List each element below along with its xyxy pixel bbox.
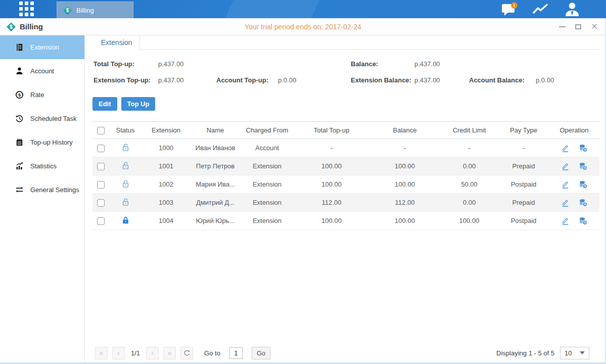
select-all-checkbox[interactable] bbox=[97, 127, 105, 134]
billing-window: $ Billing ! bbox=[0, 0, 606, 364]
top-up-button[interactable]: Top Up bbox=[121, 97, 156, 111]
edit-button[interactable]: Edit bbox=[92, 97, 117, 111]
cell-balance: 100.00 bbox=[369, 212, 440, 230]
table-row[interactable]: 1001 Петр Петров Extension 100.00 100.00… bbox=[92, 157, 599, 175]
edit-row-icon[interactable] bbox=[561, 180, 570, 189]
summary-value: p.0.00 bbox=[278, 75, 296, 85]
svg-text:$: $ bbox=[18, 93, 21, 98]
user-account-icon[interactable] bbox=[563, 2, 581, 17]
cell-credit-limit: 100.00 bbox=[440, 212, 498, 230]
tab-extension[interactable]: Extension bbox=[94, 35, 140, 50]
sidebar-item-statistics[interactable]: Statistics bbox=[0, 154, 84, 178]
sidebar-item-label: Extension bbox=[30, 43, 59, 51]
cell-extension: 1002 bbox=[142, 175, 190, 194]
sidebar-item-top-up-history[interactable]: Top-up History bbox=[0, 130, 84, 154]
row-checkbox[interactable] bbox=[97, 163, 105, 170]
row-checkbox[interactable] bbox=[97, 145, 105, 152]
cell-extension: 1003 bbox=[142, 194, 190, 212]
person-icon bbox=[15, 67, 24, 75]
summary-value: p.437.00 bbox=[414, 75, 440, 85]
sidebar-item-label: Top-up History bbox=[30, 139, 73, 146]
cell-pay-type: Prepaid bbox=[498, 157, 549, 175]
first-page-button[interactable]: « bbox=[95, 347, 108, 359]
next-page-button[interactable]: › bbox=[146, 347, 159, 359]
goto-page-input[interactable] bbox=[229, 347, 243, 359]
last-page-button[interactable]: » bbox=[163, 347, 176, 359]
top-up-row-icon[interactable]: $ bbox=[579, 216, 587, 225]
goto-label: Go to bbox=[204, 349, 220, 357]
sidebar: Extension Account $ Rate bbox=[0, 35, 85, 364]
diamond-dollar-icon: $ bbox=[63, 6, 72, 15]
topbar-tab-billing[interactable]: $ Billing bbox=[57, 2, 133, 18]
cell-credit-limit: 0.00 bbox=[440, 194, 498, 212]
status-locked-icon bbox=[121, 216, 130, 224]
cell-extension: 1004 bbox=[142, 212, 190, 230]
cell-balance: - bbox=[369, 139, 440, 157]
cell-name: Дмитрий Д... bbox=[190, 194, 241, 212]
cell-balance: 100.00 bbox=[369, 175, 440, 194]
refresh-button[interactable] bbox=[180, 347, 193, 359]
sidebar-item-account[interactable]: Account bbox=[0, 59, 84, 83]
summary-value: p.0.00 bbox=[536, 75, 554, 85]
top-up-row-icon[interactable]: $ bbox=[579, 180, 587, 189]
cell-extension: 1000 bbox=[142, 139, 190, 157]
edit-row-icon[interactable] bbox=[561, 198, 570, 207]
sidebar-item-rate[interactable]: $ Rate bbox=[0, 83, 84, 107]
row-checkbox[interactable] bbox=[97, 217, 105, 225]
chevron-down-icon bbox=[580, 351, 585, 354]
summary-label: Extension Top-up: bbox=[94, 75, 158, 85]
cell-balance: 112.00 bbox=[369, 194, 440, 212]
sidebar-item-label: General Settings bbox=[30, 186, 79, 194]
status-unlocked-icon bbox=[121, 198, 130, 206]
extensions-table: Status Extension Name Charged From Total… bbox=[92, 121, 599, 230]
row-checkbox[interactable] bbox=[97, 181, 105, 189]
col-name: Name bbox=[190, 122, 241, 139]
prev-page-button[interactable]: ‹ bbox=[112, 347, 125, 359]
summary-label: Account Top-up: bbox=[216, 75, 278, 85]
cell-total-top-up: 112.00 bbox=[294, 194, 369, 212]
topbar-tab-label: Billing bbox=[76, 7, 94, 14]
cell-total-top-up: 100.00 bbox=[294, 175, 369, 194]
col-pay-type: Pay Type bbox=[498, 122, 549, 139]
col-operation: Operation bbox=[549, 122, 599, 139]
col-balance: Balance bbox=[369, 122, 440, 139]
statistics-chart-icon[interactable] bbox=[532, 2, 550, 17]
top-up-row-icon[interactable]: $ bbox=[579, 144, 587, 152]
table-row[interactable]: 1004 Юрий Юрь... Extension 100.00 100.00… bbox=[92, 212, 599, 230]
cell-charged-from: Extension bbox=[241, 194, 294, 212]
sidebar-item-label: Statistics bbox=[30, 162, 57, 170]
page-size-value: 10 bbox=[565, 349, 572, 357]
edit-row-icon[interactable] bbox=[561, 144, 570, 152]
sidebar-item-label: Rate bbox=[30, 91, 44, 99]
summary-value: p.437.00 bbox=[158, 59, 184, 69]
table-row[interactable]: 1000 Иван Иванов Account - - - - $ bbox=[92, 139, 599, 157]
col-total-top-up: Total Top-up bbox=[294, 122, 369, 139]
col-extension: Extension bbox=[142, 122, 190, 139]
maximize-button[interactable] bbox=[575, 23, 582, 30]
minimize-button[interactable] bbox=[558, 23, 566, 30]
cell-extension: 1001 bbox=[142, 157, 190, 175]
edit-row-icon[interactable] bbox=[561, 216, 570, 225]
bar-chart-icon bbox=[15, 162, 24, 170]
sidebar-item-general-settings[interactable]: General Settings bbox=[0, 178, 84, 202]
sidebar-item-scheduled-task[interactable]: Scheduled Task bbox=[0, 107, 84, 130]
top-up-row-icon[interactable]: $ bbox=[579, 198, 587, 207]
close-button[interactable]: ✕ bbox=[591, 23, 598, 30]
summary-panel: Total Top-up: p.437.00 Balance: p.437.00… bbox=[92, 59, 599, 85]
row-checkbox[interactable] bbox=[97, 199, 105, 207]
go-button[interactable]: Go bbox=[252, 347, 270, 359]
cell-charged-from: Extension bbox=[241, 157, 294, 175]
cell-total-top-up: 100.00 bbox=[294, 157, 369, 175]
top-up-row-icon[interactable]: $ bbox=[579, 162, 587, 170]
table-header-row: Status Extension Name Charged From Total… bbox=[92, 122, 599, 139]
page-size-select[interactable]: 10 bbox=[560, 347, 589, 359]
notebook-icon bbox=[15, 138, 24, 147]
summary-value: p.437.00 bbox=[158, 75, 184, 85]
edit-row-icon[interactable] bbox=[561, 162, 570, 170]
table-row[interactable]: 1003 Дмитрий Д... Extension 112.00 112.0… bbox=[92, 194, 599, 212]
cell-pay-type: Prepaid bbox=[498, 194, 549, 212]
app-grid-icon[interactable] bbox=[19, 2, 34, 17]
table-row[interactable]: 1002 Мария Ива... Extension 100.00 100.0… bbox=[92, 175, 599, 194]
notifications-icon[interactable]: ! bbox=[500, 2, 519, 17]
sidebar-item-extension[interactable]: Extension bbox=[0, 35, 84, 59]
